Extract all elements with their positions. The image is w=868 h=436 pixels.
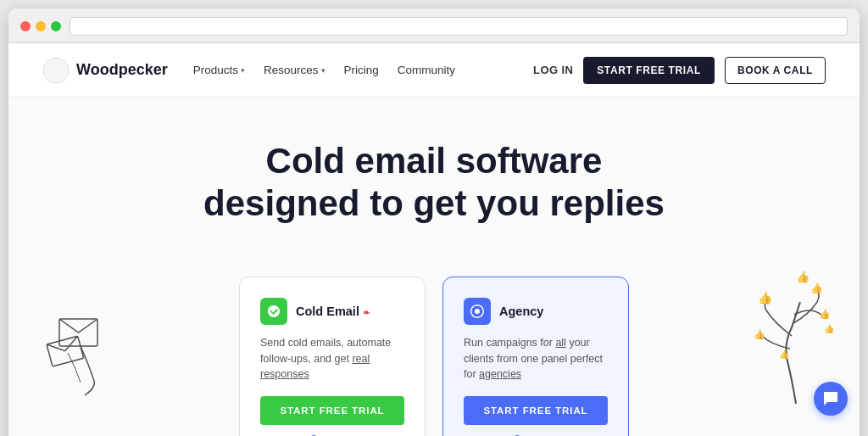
nav-resources[interactable]: Resources ▾ bbox=[264, 64, 326, 76]
login-button[interactable]: LOG IN bbox=[533, 64, 573, 76]
svg-point-11 bbox=[475, 309, 480, 314]
nav-links: Products ▾ Resources ▾ Pricing Community bbox=[193, 64, 455, 76]
svg-text:👍: 👍 bbox=[796, 270, 810, 284]
cold-email-card-header: Cold Email ❧ bbox=[260, 298, 404, 325]
nav-right: LOG IN START FREE TRIAL BOOK A CALL bbox=[533, 57, 826, 84]
svg-text:👍: 👍 bbox=[810, 282, 823, 294]
address-bar[interactable] bbox=[70, 17, 848, 36]
cards-section: 👍 👍 👍 👍 👍 👍 👍 Cold Email ❧ bbox=[8, 277, 860, 436]
svg-text:👍: 👍 bbox=[779, 349, 790, 360]
cold-email-icon bbox=[260, 298, 287, 325]
browser-chrome bbox=[8, 8, 860, 43]
browser-dots bbox=[20, 21, 61, 31]
agency-title: Agency bbox=[499, 305, 543, 318]
agency-trial-button[interactable]: START FREE TRIAL bbox=[464, 396, 608, 425]
page: 🐦 Woodpecker Products ▾ Resources ▾ Pric… bbox=[8, 43, 860, 436]
nav-left: 🐦 Woodpecker Products ▾ Resources ▾ Pric… bbox=[42, 57, 455, 84]
cold-email-title: Cold Email ❧ bbox=[296, 305, 370, 318]
chevron-resources-icon: ▾ bbox=[321, 66, 326, 75]
dot-red[interactable] bbox=[20, 21, 31, 31]
cold-email-badge: ❧ bbox=[363, 308, 370, 317]
cold-email-description: Send cold emails, automate follow-ups, a… bbox=[260, 335, 404, 383]
hero-section: Cold email software designed to get you … bbox=[8, 98, 860, 268]
svg-text:👍: 👍 bbox=[824, 323, 835, 334]
deco-left-illustration bbox=[34, 302, 136, 412]
nav-products[interactable]: Products ▾ bbox=[193, 64, 245, 76]
dot-green[interactable] bbox=[51, 21, 61, 31]
navbar: 🐦 Woodpecker Products ▾ Resources ▾ Pric… bbox=[8, 43, 860, 98]
nav-community[interactable]: Community bbox=[398, 64, 455, 76]
hero-title: Cold email software designed to get you … bbox=[146, 140, 722, 226]
chat-fab-button[interactable] bbox=[814, 382, 848, 416]
svg-text:👍: 👍 bbox=[819, 308, 831, 320]
logo-text: Woodpecker bbox=[76, 61, 168, 79]
agency-icon bbox=[464, 298, 491, 325]
chat-icon bbox=[822, 390, 839, 407]
cold-email-trial-button[interactable]: START FREE TRIAL bbox=[260, 396, 404, 425]
agency-description: Run campaigns for all your clients from … bbox=[464, 335, 608, 383]
dot-yellow[interactable] bbox=[36, 21, 46, 31]
nav-pricing[interactable]: Pricing bbox=[344, 64, 379, 76]
agency-card-header: Agency bbox=[464, 298, 608, 325]
browser-window: 🐦 Woodpecker Products ▾ Resources ▾ Pric… bbox=[8, 8, 860, 436]
logo[interactable]: 🐦 Woodpecker bbox=[42, 57, 168, 84]
logo-icon: 🐦 bbox=[42, 57, 70, 84]
cold-email-card: Cold Email ❧ Send cold emails, automate … bbox=[239, 277, 426, 436]
nav-start-trial-button[interactable]: START FREE TRIAL bbox=[583, 57, 715, 84]
svg-text:👍: 👍 bbox=[754, 328, 765, 340]
svg-point-0 bbox=[43, 58, 69, 83]
svg-text:👍: 👍 bbox=[758, 291, 773, 305]
agency-card: Agency Run campaigns for all your client… bbox=[442, 277, 629, 436]
book-call-button[interactable]: BOOK A CALL bbox=[725, 57, 826, 84]
chevron-products-icon: ▾ bbox=[241, 66, 245, 75]
